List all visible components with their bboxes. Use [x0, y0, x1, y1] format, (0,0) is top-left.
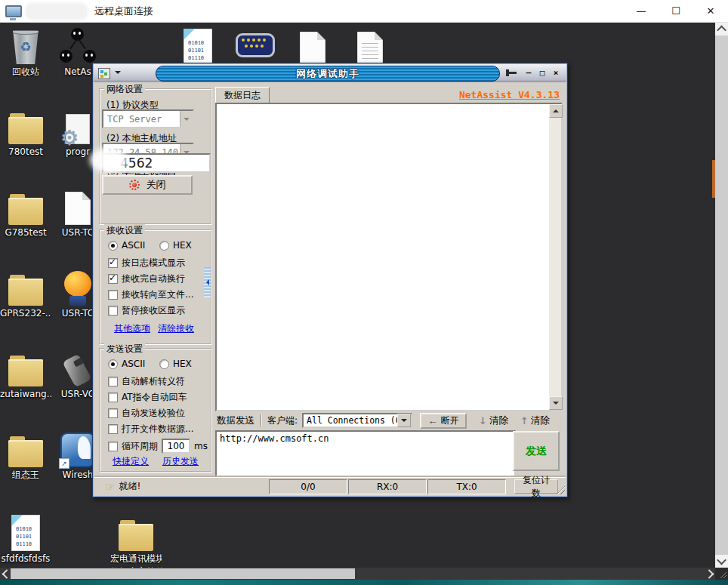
- desktop-icon-780test[interactable]: 780test: [0, 105, 51, 157]
- close-connection-button[interactable]: 关闭: [102, 175, 193, 195]
- send-ascii-radio[interactable]: ASCII: [108, 359, 145, 369]
- history-send-link[interactable]: 历史发送: [162, 455, 199, 468]
- app-maximize-button[interactable]: □: [536, 67, 548, 79]
- system-menu-caret-icon[interactable]: [115, 71, 121, 77]
- radio-icon[interactable]: [108, 359, 118, 369]
- app-minimize-button[interactable]: –: [523, 67, 535, 79]
- checkbox-parse-escape[interactable]: 自动解析转义符: [108, 375, 185, 388]
- clear-send-button[interactable]: ↑ 清除: [520, 414, 550, 427]
- cycle-period-input[interactable]: [162, 439, 190, 454]
- red-led-icon: [129, 180, 140, 190]
- checkbox-icon[interactable]: [108, 258, 118, 268]
- desktop-icon-capture-file[interactable]: 01010 01101 01110: [172, 26, 224, 65]
- tab-data-log[interactable]: 数据日志: [215, 87, 270, 103]
- clear-receive-link[interactable]: 清除接收: [158, 322, 194, 335]
- panel-collapse-handle[interactable]: [204, 267, 211, 297]
- desktop-icon-zutaiwang-king[interactable]: 组态王: [0, 428, 51, 480]
- send-button[interactable]: 发送: [513, 431, 560, 471]
- pin-icon[interactable]: [509, 72, 517, 74]
- divider: [261, 414, 261, 426]
- rdp-close-button[interactable]: ✕: [693, 0, 728, 22]
- scroll-down-button[interactable]: [549, 396, 563, 410]
- checkbox-save-to-file[interactable]: 接收转向至文件...: [108, 288, 193, 301]
- checkbox-icon[interactable]: [108, 290, 118, 300]
- document-icon: [300, 32, 325, 65]
- desktop-icon-gprs232[interactable]: GPRS232-...: [0, 266, 51, 319]
- status-counter: 0/0: [269, 479, 347, 494]
- checkbox-icon[interactable]: [108, 424, 118, 434]
- checkbox-file-source[interactable]: 打开文件数据源...: [108, 423, 193, 436]
- tab-data-send[interactable]: 数据发送: [215, 414, 259, 427]
- shortcut-arrow-icon: ↗: [59, 458, 69, 469]
- netassist-icon: [60, 28, 96, 64]
- data-log-area[interactable]: [215, 103, 563, 411]
- reset-count-button[interactable]: 复位计数: [514, 479, 558, 494]
- netassist-window: 网络调试助手 – □ × 网络设置 (1) 协议类型 TCP Server (2…: [92, 63, 568, 497]
- checkbox-icon[interactable]: [108, 306, 118, 316]
- rdp-maximize-button[interactable]: ☐: [659, 0, 693, 22]
- client-connection-select[interactable]: All Connections (0): [302, 413, 412, 428]
- rdp-title-bar: 远程桌面连接 — ☐ ✕: [0, 0, 728, 23]
- desktop-icon-document-2[interactable]: [344, 26, 396, 65]
- protocol-select[interactable]: TCP Server: [102, 109, 194, 128]
- document-lines-icon: [357, 32, 383, 65]
- chevron-down-icon[interactable]: [397, 414, 411, 427]
- log-vertical-scrollbar[interactable]: [549, 104, 561, 410]
- desktop-horizontal-scrollbar[interactable]: [0, 568, 715, 580]
- horizontal-scroll-thumb[interactable]: [11, 568, 355, 579]
- desktop-icon-recycle-bin[interactable]: ♻ 回收站: [0, 25, 51, 77]
- folder-icon: [8, 117, 43, 144]
- checkbox-icon[interactable]: [108, 377, 118, 386]
- chevron-down-icon[interactable]: [180, 111, 193, 127]
- radio-icon[interactable]: [159, 359, 169, 369]
- status-rx: RX:0: [348, 479, 427, 494]
- desktop-vertical-scrollbar[interactable]: [715, 22, 728, 568]
- app-close-button[interactable]: ×: [550, 67, 562, 79]
- client-label: 客户端:: [267, 414, 298, 427]
- rdp-title: 远程桌面连接: [94, 5, 153, 18]
- app-system-menu-icon[interactable]: [98, 68, 110, 79]
- scrollbar-orange-marker: [712, 160, 715, 198]
- scroll-up-button[interactable]: [715, 22, 728, 35]
- checkbox-cycle-send[interactable]: 循环周期 ms: [108, 439, 208, 454]
- checkbox-log-mode[interactable]: 按日志模式显示: [108, 257, 185, 269]
- send-hex-radio[interactable]: HEX: [159, 359, 192, 369]
- other-options-link[interactable]: 其他选项: [114, 322, 150, 335]
- desktop-icon-g785test[interactable]: G785test: [0, 186, 51, 238]
- scroll-left-button[interactable]: [0, 568, 11, 580]
- desktop-icon-document-1[interactable]: [287, 26, 338, 65]
- down-arrow-icon: ↓: [479, 415, 487, 426]
- scroll-right-button[interactable]: [705, 568, 715, 580]
- checkbox-auto-checksum[interactable]: 自动发送校验位: [108, 407, 185, 420]
- checkbox-icon[interactable]: [108, 442, 118, 451]
- checkbox-icon[interactable]: [108, 408, 118, 418]
- scroll-down-button[interactable]: [715, 555, 728, 568]
- gear-icon: [66, 114, 90, 144]
- app-title-bar[interactable]: 网络调试助手 – □ ×: [94, 64, 566, 82]
- checkbox-auto-linefeed[interactable]: 接收完自动换行: [108, 272, 185, 285]
- checkbox-pause-display[interactable]: 暂停接收区显示: [108, 304, 185, 317]
- radio-icon[interactable]: [159, 241, 169, 251]
- checkbox-at-enter[interactable]: AT指令自动回车: [108, 391, 187, 404]
- scrollbar-corner-grip[interactable]: [715, 568, 728, 580]
- checkbox-icon[interactable]: [108, 393, 118, 402]
- desktop-icon-zutaiwang[interactable]: zutaiwang...: [0, 347, 51, 399]
- scroll-up-button[interactable]: [549, 104, 563, 118]
- netassist-version-link[interactable]: NetAssist V4.3.13: [459, 89, 560, 100]
- desktop-icon-sfdfdsfdsfs[interactable]: 01010 01101 01110 sfdfdsfdsfs: [0, 512, 51, 564]
- disconnect-button[interactable]: ← 断开: [420, 413, 467, 429]
- device-icon: [62, 353, 94, 386]
- clear-receive-button[interactable]: ↓ 清除: [479, 414, 508, 427]
- quick-define-link[interactable]: 快捷定义: [113, 455, 149, 468]
- document-icon: [65, 192, 91, 225]
- checkbox-icon[interactable]: [108, 274, 118, 284]
- recv-hex-radio[interactable]: HEX: [159, 240, 192, 251]
- group-title: 接收设置: [104, 224, 145, 237]
- desktop-icon-serial-port[interactable]: [230, 26, 281, 65]
- recv-ascii-radio[interactable]: ASCII: [108, 240, 145, 251]
- rdp-minimize-button[interactable]: —: [624, 0, 659, 22]
- redaction-blur: [91, 149, 126, 171]
- radio-icon[interactable]: [108, 241, 118, 251]
- group-title: 发送设置: [104, 343, 145, 356]
- send-text-input[interactable]: http://www.cmsoft.cn: [215, 430, 516, 479]
